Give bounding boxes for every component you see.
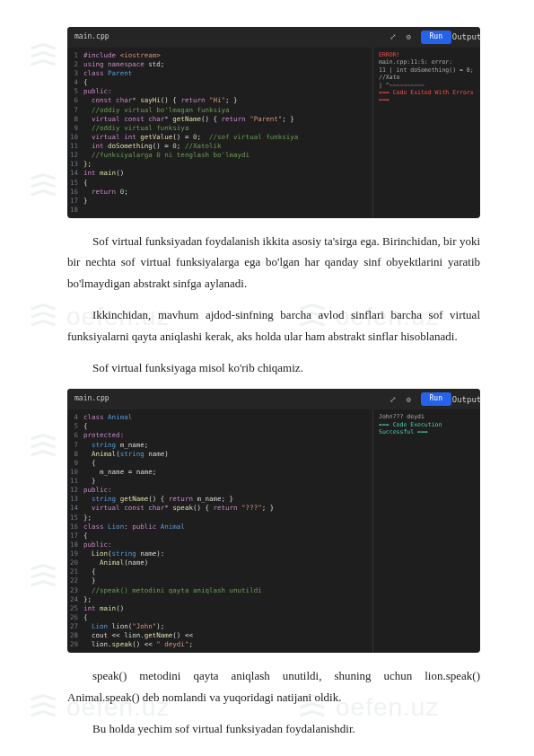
code-editor-2: main.cpp ⤢ ⚙ Run Output 4class Animal5{6…: [67, 389, 480, 653]
paragraph: Bu holda yechim sof virtual funksiyadan …: [67, 718, 480, 739]
editor-header: main.cpp ⤢ ⚙ Run Output: [67, 389, 480, 409]
code-line: 8 virtual const char* getName() { return…: [67, 115, 372, 124]
output-title: Output: [460, 393, 473, 406]
page-content: main.cpp ⤢ ⚙ Run Output 1#include <iostr…: [0, 0, 534, 756]
code-line: 13};: [67, 160, 372, 169]
code-line: 15};: [67, 514, 372, 523]
code-line: 17{: [67, 532, 372, 541]
code-line: 9 {: [67, 459, 372, 468]
code-line: 25int main(): [67, 604, 372, 613]
code-line: 4class Animal: [67, 413, 372, 422]
gear-icon[interactable]: ⚙: [403, 393, 416, 406]
code-line: 2using namespace std;: [67, 60, 372, 69]
code-line: 29 lion.speak() << " deydi";: [67, 640, 372, 649]
code-line: 24};: [67, 595, 372, 604]
code-editor-1: main.cpp ⤢ ⚙ Run Output 1#include <iostr…: [67, 27, 480, 218]
code-line: 12 //funksiyalarga 0 ni tenglash bo'lmay…: [67, 151, 372, 160]
code-line: 9 //oddiy virtual funksiya: [67, 124, 372, 133]
output-title: Output: [460, 31, 473, 43]
code-line: 6 const char* sayHi() { return "Hi"; }: [67, 96, 372, 105]
code-line: 15{: [67, 179, 372, 188]
code-line: 16class Lion: public Animal: [67, 523, 372, 532]
editor-header: main.cpp ⤢ ⚙ Run Output: [67, 27, 480, 48]
expand-icon[interactable]: ⤢: [387, 393, 399, 406]
code-line: 5{: [67, 422, 372, 431]
code-line: 6protected:: [67, 431, 372, 440]
code-line: 13 string getName() { return m_name; }: [67, 495, 372, 504]
editor-tab[interactable]: main.cpp: [74, 32, 109, 42]
output-panel: ERROR!main.cpp:11:5: error:11 | int doSo…: [372, 48, 480, 218]
paragraph: Sof virtual funksiyadan foydalanish ikki…: [67, 231, 480, 294]
code-line: 1#include <iostream>: [67, 51, 372, 60]
code-line: 11 int doSomething() = 0; //Xatolik: [67, 142, 372, 151]
code-line: 21 {: [67, 567, 372, 576]
code-line: 23 //speak() metodini qayta aniqlash unu…: [67, 586, 372, 595]
code-line: 18: [67, 206, 372, 215]
code-line: 4{: [67, 78, 372, 87]
code-line: 14 virtual const char* speak() { return …: [67, 504, 372, 513]
code-line: 19 Lion(string name):: [67, 549, 372, 558]
code-line: 26{: [67, 613, 372, 622]
paragraph: Ikkinchidan, mavhum ajdod-sinfning barch…: [67, 304, 480, 347]
expand-icon[interactable]: ⤢: [387, 31, 399, 43]
editor-tab[interactable]: main.cpp: [74, 394, 109, 404]
code-line: 11 }: [67, 477, 372, 486]
paragraph: speak() metodini qayta aniqlash unutildi…: [67, 665, 480, 708]
code-line: 10 m_name = name;: [67, 468, 372, 477]
code-line: 20 Animal(name): [67, 558, 372, 567]
code-line: 28 cout << lion.getName() <<: [67, 631, 372, 640]
code-line: 7 string m_name;: [67, 441, 372, 450]
code-line: 22 }: [67, 576, 372, 585]
code-line: 3class Parent: [67, 69, 372, 78]
code-line: 18public:: [67, 541, 372, 549]
code-line: 8 Animal(string name): [67, 450, 372, 459]
run-button[interactable]: Run: [421, 31, 451, 44]
code-panel[interactable]: 4class Animal5{6protected:7 string m_nam…: [67, 409, 372, 653]
code-line: 16 return 0;: [67, 188, 372, 197]
run-button[interactable]: Run: [421, 392, 451, 406]
code-line: 7 //oddiy virtual bo'lmagan funksiya: [67, 106, 372, 115]
code-line: 14int main(): [67, 169, 372, 178]
paragraph: Sof virtual funksiyaga misol ko'rib chiq…: [67, 357, 480, 378]
code-panel[interactable]: 1#include <iostream>2using namespace std…: [67, 48, 372, 218]
code-line: 17}: [67, 197, 372, 206]
code-line: 10 virtual int getValue() = 0; //sof vir…: [67, 133, 372, 142]
output-panel: John??? deydi=== Code Execution Successf…: [372, 409, 480, 653]
code-line: 12public:: [67, 486, 372, 495]
code-line: 5public:: [67, 87, 372, 96]
code-line: 27 Lion lion("John");: [67, 622, 372, 631]
gear-icon[interactable]: ⚙: [403, 31, 416, 43]
